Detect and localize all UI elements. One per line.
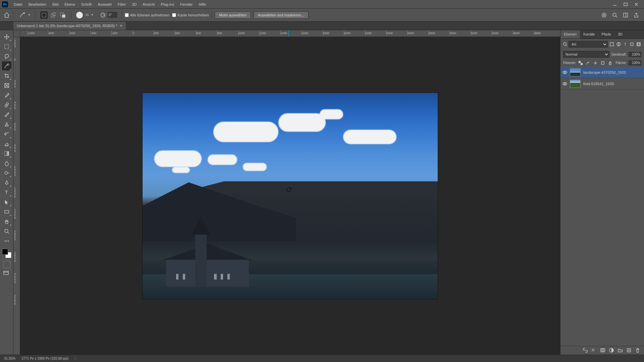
marquee-tool[interactable]: [2, 42, 11, 51]
rectangle-tool[interactable]: [2, 207, 11, 216]
workspace-icon[interactable]: [623, 12, 629, 18]
tab-channels[interactable]: Kanäle: [580, 30, 598, 39]
filter-pixel-icon[interactable]: [609, 42, 614, 47]
group-icon[interactable]: [618, 348, 623, 353]
document-canvas[interactable]: [143, 93, 438, 299]
eraser-tool[interactable]: [2, 139, 11, 148]
ruler-origin[interactable]: [13, 30, 20, 37]
visibility-toggle-icon[interactable]: [562, 70, 567, 75]
layer-name[interactable]: field-533541_1920: [583, 82, 614, 86]
blend-mode-select[interactable]: Normal: [563, 51, 609, 58]
status-arrow-icon[interactable]: 〉: [74, 356, 78, 361]
select-subject-button[interactable]: Motiv auswählen: [215, 11, 251, 19]
dodge-tool[interactable]: [2, 168, 11, 177]
eyedropper-tool[interactable]: [2, 90, 11, 100]
new-selection-icon[interactable]: [40, 11, 48, 19]
maximize-button[interactable]: [623, 2, 628, 7]
zoom-tool[interactable]: [2, 227, 11, 236]
tool-preset-icon[interactable]: [18, 11, 26, 19]
sample-all-layers-checkbox[interactable]: Alle Ebenen aufnehmen: [125, 13, 169, 17]
menu-bearbeiten[interactable]: Bearbeiten: [25, 0, 49, 9]
select-and-mask-button[interactable]: Auswählen und maskieren...: [254, 11, 309, 19]
color-swatches[interactable]: [2, 249, 11, 258]
menu-auswahl[interactable]: Auswahl: [95, 0, 115, 9]
vertical-ruler[interactable]: -200020040060080010001200140016001800200…: [13, 37, 20, 355]
menu-hilfe[interactable]: Hilfe: [196, 0, 209, 9]
opacity-input[interactable]: [629, 52, 641, 57]
layer-style-icon[interactable]: fx: [592, 348, 597, 353]
menu-datei[interactable]: Datei: [11, 0, 25, 9]
lasso-tool[interactable]: [2, 52, 11, 61]
menu-plugins[interactable]: Plug-ins: [158, 0, 177, 9]
quick-selection-tool[interactable]: [2, 61, 11, 70]
brush-tool[interactable]: [2, 110, 11, 119]
lock-pixels-icon[interactable]: [585, 61, 591, 65]
minimize-button[interactable]: [612, 2, 617, 7]
filter-type-icon[interactable]: T: [623, 42, 628, 47]
layer-thumbnail[interactable]: [570, 68, 581, 76]
type-tool[interactable]: T: [2, 188, 11, 197]
chevron-down-icon[interactable]: ▼: [28, 13, 31, 16]
path-selection-tool[interactable]: [2, 197, 11, 206]
menu-filter[interactable]: Filter: [115, 0, 129, 9]
edit-toolbar-icon[interactable]: [2, 236, 11, 245]
menu-3d[interactable]: 3D: [129, 0, 140, 9]
enhance-edge-checkbox[interactable]: Kante hervorheben: [172, 13, 209, 17]
new-layer-icon[interactable]: [627, 348, 632, 353]
lock-all-icon[interactable]: [607, 61, 613, 65]
hand-tool[interactable]: [2, 217, 11, 226]
search-icon[interactable]: [612, 12, 618, 18]
layer-name[interactable]: landscape-4370250_1920: [583, 70, 626, 74]
document-tab[interactable]: Unbenannt-1 bei 31,5% (landscape-4370250…: [13, 22, 126, 30]
tab-3d[interactable]: 3D: [614, 30, 626, 39]
add-selection-icon[interactable]: [50, 11, 57, 19]
pen-tool[interactable]: [2, 178, 11, 187]
tab-layers[interactable]: Ebenen: [560, 30, 580, 39]
share-icon[interactable]: [633, 12, 639, 18]
screen-mode-toggle[interactable]: [3, 270, 10, 278]
foreground-color-swatch[interactable]: [2, 249, 8, 255]
chevron-down-icon[interactable]: ▼: [91, 13, 94, 16]
visibility-toggle-icon[interactable]: [562, 81, 567, 86]
menu-bild[interactable]: Bild: [49, 0, 61, 9]
filter-shape-icon[interactable]: [629, 42, 635, 47]
move-tool[interactable]: [2, 32, 11, 41]
layer-row[interactable]: field-533541_1920: [560, 78, 644, 89]
menu-schrift[interactable]: Schrift: [78, 0, 95, 9]
brush-preview-icon[interactable]: [76, 12, 83, 18]
lock-transparency-icon[interactable]: [578, 61, 583, 65]
lock-position-icon[interactable]: [593, 61, 598, 65]
healing-brush-tool[interactable]: [2, 100, 11, 109]
menu-ebene[interactable]: Ebene: [61, 0, 78, 9]
canvas-area[interactable]: -1000-800-600-400-2000200400600800100012…: [13, 30, 560, 355]
filter-smart-icon[interactable]: [636, 42, 641, 47]
tab-paths[interactable]: Pfade: [598, 30, 614, 39]
lock-artboard-icon[interactable]: [600, 61, 605, 65]
quick-mask-toggle[interactable]: [3, 261, 10, 268]
history-brush-tool[interactable]: [2, 129, 11, 138]
frame-tool[interactable]: [2, 81, 11, 90]
layer-mask-icon[interactable]: [600, 348, 606, 353]
home-button[interactable]: [3, 11, 11, 19]
close-tab-icon[interactable]: ×: [120, 23, 122, 28]
crop-tool[interactable]: [2, 71, 11, 80]
cloud-docs-icon[interactable]: [601, 12, 607, 18]
angle-input[interactable]: [108, 12, 117, 18]
blur-tool[interactable]: [2, 159, 11, 168]
adjustment-layer-icon[interactable]: [609, 348, 614, 353]
clone-stamp-tool[interactable]: [2, 120, 11, 129]
zoom-level[interactable]: 31,55%: [4, 357, 15, 360]
document-info[interactable]: 2771 Px x 1969 Px (182,88 ppi): [21, 357, 68, 360]
delete-layer-icon[interactable]: [635, 348, 641, 353]
close-button[interactable]: [634, 2, 639, 7]
layer-filter-select[interactable]: Art: [569, 41, 608, 48]
fill-input[interactable]: [629, 60, 641, 65]
menu-ansicht[interactable]: Ansicht: [140, 0, 158, 9]
link-layers-icon[interactable]: [583, 348, 588, 353]
horizontal-ruler[interactable]: -1000-800-600-400-2000200400600800100012…: [20, 30, 560, 37]
filter-adjustment-icon[interactable]: [616, 42, 621, 47]
subtract-selection-icon[interactable]: [59, 11, 66, 19]
layer-row[interactable]: landscape-4370250_1920: [560, 67, 644, 78]
menu-fenster[interactable]: Fenster: [177, 0, 196, 9]
layer-thumbnail[interactable]: [570, 80, 581, 88]
